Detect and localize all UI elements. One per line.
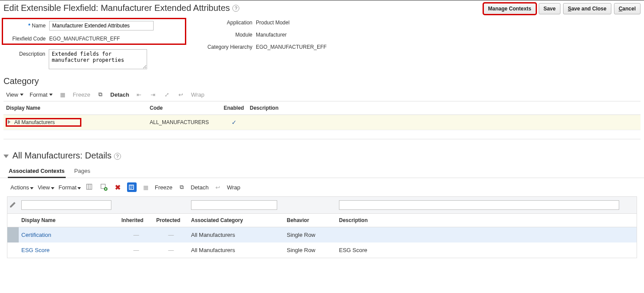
chevron-down-icon bbox=[49, 94, 53, 96]
tab-pages[interactable]: Pages bbox=[74, 165, 91, 178]
col-inherited: Inherited bbox=[119, 214, 154, 227]
category-hierarchy-value: EGO_MANUFACTURER_EFF bbox=[256, 42, 327, 50]
help-icon[interactable]: ? bbox=[232, 5, 239, 12]
name-code-highlight: * Name Flexfield Code EGO_MANUFACTURER_E… bbox=[2, 18, 186, 45]
detach-icon[interactable]: ⧉ bbox=[177, 182, 186, 192]
contexts-table: Display Name Inherited Protected Associa… bbox=[7, 196, 637, 258]
category-hierarchy-label: Category Hierarchy bbox=[199, 42, 256, 50]
category-row-code: ALL_MANUFACTURERS bbox=[147, 115, 221, 130]
context-display-name-link[interactable]: ESG Score bbox=[21, 247, 50, 253]
manage-contexts-button[interactable]: Manage Contexts bbox=[483, 3, 536, 14]
category-toolbar: View Format ▦ Freeze ⧉ Detach ⇤ ⇥ ⤢ ↩ Wr… bbox=[0, 88, 644, 101]
col-code: Code bbox=[147, 101, 221, 115]
freeze-icon[interactable]: ▦ bbox=[141, 182, 151, 192]
col-enabled: Enabled bbox=[221, 101, 247, 115]
inherited-value: — bbox=[134, 247, 139, 253]
svg-rect-0 bbox=[87, 184, 92, 189]
freeze-icon[interactable]: ▦ bbox=[59, 91, 67, 98]
row-handle[interactable] bbox=[7, 227, 19, 243]
protected-value: — bbox=[168, 247, 174, 253]
page-title: Edit Extensible Flexfield: Manufacturer … bbox=[3, 3, 239, 13]
module-label: Module bbox=[199, 30, 256, 38]
tab-associated-contexts[interactable]: Associated Contexts bbox=[8, 165, 66, 178]
wrap-icon[interactable]: ↩ bbox=[213, 182, 222, 192]
format-menu[interactable]: Format bbox=[30, 91, 53, 98]
category-row-name: All Manufacturers bbox=[14, 119, 55, 125]
row-handle[interactable] bbox=[7, 242, 19, 258]
details-heading: All Manufacturers: Details ? bbox=[0, 148, 644, 162]
detach-label: Detach bbox=[191, 184, 208, 191]
col-display-name: Display Name bbox=[19, 214, 119, 227]
category-row-description bbox=[247, 115, 641, 130]
category-displayname-highlight: All Manufacturers bbox=[6, 118, 81, 126]
details-heading-text: All Manufacturers: Details bbox=[12, 151, 111, 160]
view-menu[interactable]: View bbox=[38, 184, 54, 191]
disclosure-icon[interactable] bbox=[3, 155, 9, 158]
freeze-label: Freeze bbox=[155, 184, 172, 191]
save-and-close-button[interactable]: Save and Close bbox=[563, 3, 611, 14]
help-icon[interactable]: ? bbox=[114, 153, 121, 160]
protected-value: — bbox=[168, 232, 174, 238]
expand-icon[interactable] bbox=[8, 120, 10, 124]
format-menu-label: Format bbox=[30, 91, 47, 98]
inherited-value: — bbox=[134, 232, 139, 238]
delete-icon[interactable]: ✖ bbox=[113, 182, 123, 192]
actions-menu[interactable]: Actions bbox=[10, 184, 34, 191]
flexfield-code-value: EGO_MANUFACTURER_EFF bbox=[49, 34, 120, 42]
pencil-icon[interactable] bbox=[10, 202, 16, 208]
filter-description[interactable] bbox=[339, 200, 619, 210]
view-label: View bbox=[38, 184, 50, 191]
detach-label: Detach bbox=[111, 91, 129, 98]
view-menu-label: View bbox=[6, 91, 18, 98]
description-label: Description bbox=[3, 49, 49, 57]
cancel-button[interactable]: Cancel bbox=[614, 3, 641, 14]
tree-collapse-icon[interactable]: ⇤ bbox=[135, 91, 143, 98]
context-row[interactable]: Certification — — All Manufacturers Sing… bbox=[7, 227, 637, 243]
category-row[interactable]: All Manufacturers ALL_MANUFACTURERS ✓ bbox=[3, 115, 641, 130]
chevron-down-icon bbox=[51, 187, 54, 189]
wrap-label: Wrap bbox=[227, 184, 240, 191]
tree-expand-icon[interactable]: ⇥ bbox=[149, 91, 157, 98]
add-row-icon[interactable] bbox=[99, 182, 109, 192]
behavior-value: Single Row bbox=[284, 242, 336, 258]
view-menu[interactable]: View bbox=[6, 91, 23, 98]
wrap-icon[interactable]: ↩ bbox=[177, 91, 185, 98]
save-close-ul: S bbox=[568, 6, 571, 12]
application-value: Product Model bbox=[256, 18, 289, 26]
chevron-down-icon bbox=[30, 187, 34, 189]
col-description: Description bbox=[247, 101, 641, 115]
description-input[interactable] bbox=[49, 49, 147, 69]
context-display-name-link[interactable]: Certification bbox=[21, 232, 51, 238]
description-value: ESG Score bbox=[336, 242, 637, 258]
format-label: Format bbox=[59, 184, 77, 191]
wrap-label: Wrap bbox=[191, 91, 205, 98]
add-columns-icon[interactable] bbox=[85, 182, 95, 192]
edit-icon[interactable] bbox=[127, 182, 137, 192]
format-menu[interactable]: Format bbox=[59, 184, 81, 191]
col-display-name: Display Name bbox=[3, 101, 147, 115]
chevron-down-icon bbox=[20, 94, 23, 96]
name-input[interactable] bbox=[49, 21, 154, 30]
col-behavior: Behavior bbox=[284, 214, 336, 227]
page-title-text: Edit Extensible Flexfield: Manufacturer … bbox=[3, 3, 230, 13]
tree-showall-icon[interactable]: ⤢ bbox=[163, 91, 171, 98]
application-label: Application bbox=[199, 18, 256, 26]
save-button[interactable]: Save bbox=[539, 3, 560, 14]
col-description: Description bbox=[336, 214, 637, 227]
detach-icon[interactable]: ⧉ bbox=[97, 91, 104, 98]
col-associated-category: Associated Category bbox=[188, 214, 284, 227]
actions-label: Actions bbox=[10, 184, 29, 191]
details-tabs: Associated Contexts Pages bbox=[0, 162, 644, 178]
context-row[interactable]: ESG Score — — All Manufacturers Single R… bbox=[7, 242, 637, 258]
filter-display-name[interactable] bbox=[21, 200, 111, 210]
behavior-value: Single Row bbox=[284, 227, 336, 243]
cancel-ul: C bbox=[619, 6, 623, 12]
save-close-rest: ave and Close bbox=[571, 6, 607, 12]
cancel-rest: ancel bbox=[622, 6, 636, 12]
filter-associated-category[interactable] bbox=[191, 200, 277, 210]
contexts-toolbar: Actions View Format ✖ ▦ Freeze ⧉ Detach … bbox=[0, 178, 644, 196]
freeze-label: Freeze bbox=[73, 91, 90, 98]
associated-category-value: All Manufacturers bbox=[188, 242, 284, 258]
name-label: * Name bbox=[4, 21, 49, 29]
category-heading: Category bbox=[0, 74, 644, 88]
